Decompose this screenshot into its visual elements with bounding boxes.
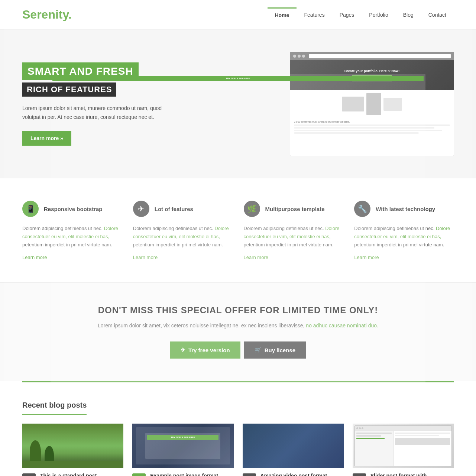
blog-grid: ✏ This is a standard post Lorem ipsum do… bbox=[22, 424, 454, 476]
blog-post-1-meta: ✏ This is a standard post Lorem ipsum do… bbox=[22, 473, 123, 476]
blog-post-4: ▶ Slider post format with bbox=[353, 424, 454, 476]
blog-post-4-meta: ▶ Slider post format with bbox=[353, 473, 454, 476]
blog-post-3-icon: ▶ bbox=[243, 473, 256, 476]
blog-post-1-content: This is a standard post Lorem ipsum dolo… bbox=[40, 473, 123, 476]
blog-post-1-title[interactable]: This is a standard post bbox=[40, 473, 123, 476]
blog-post-3-title[interactable]: Amazing video post format bbox=[260, 473, 344, 476]
blog-post-3-content: Amazing video post format Lorem ipsum do… bbox=[260, 473, 344, 476]
blog-post-4-image bbox=[353, 424, 454, 468]
blog-post-3-meta: ▶ Amazing video post format Lorem ipsum … bbox=[243, 473, 344, 476]
blog-post-3: TRY SKELA FOR FREE ▶ Amazing video post … bbox=[243, 424, 344, 476]
blog-post-2-icon: ✏ bbox=[132, 473, 146, 476]
blog-post-4-title[interactable]: Slider post format with bbox=[370, 473, 427, 476]
blog-post-2-title[interactable]: Example post image format bbox=[150, 473, 233, 476]
blog-post-1-icon: ✏ bbox=[22, 473, 36, 476]
blog-post-2-meta: ✏ Example post image format Lorem ipsum … bbox=[132, 473, 233, 476]
hero-title-dark: RICH OF FEATURES bbox=[22, 82, 116, 97]
blog-post-4-icon: ▶ bbox=[353, 473, 366, 476]
blog-post-2-content: Example post image format Lorem ipsum do… bbox=[150, 473, 233, 476]
hero-content: SMART AND FRESH RICH OF FEATURES Lorem i… bbox=[22, 62, 216, 146]
hero-title-green: SMART AND FRESH bbox=[22, 62, 139, 80]
hero-body-text: Lorem ipsum dolor sit amet, munere commo… bbox=[22, 104, 163, 122]
blog-post-4-content: Slider post format with bbox=[370, 473, 427, 476]
blog-section: Recent blog posts ✏ This is a standard p… bbox=[0, 382, 476, 476]
blog-post-3-image: TRY SKELA FOR FREE bbox=[243, 424, 344, 468]
hero-cta-button[interactable]: Learn more » bbox=[22, 131, 71, 146]
